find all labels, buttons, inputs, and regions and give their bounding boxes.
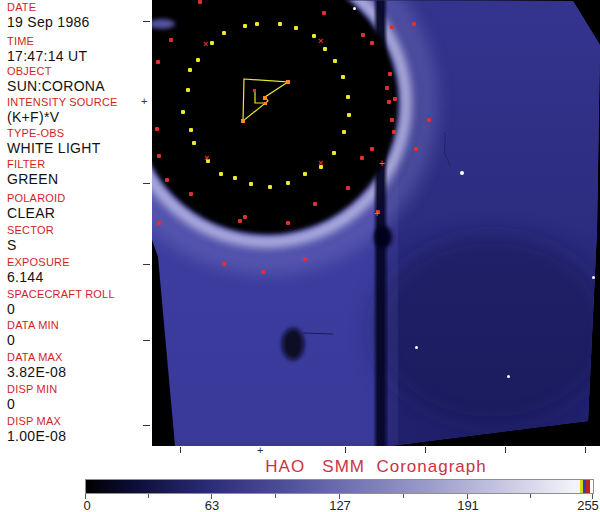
red-ring-inner-dot bbox=[169, 38, 173, 42]
field-label: EXPOSURE bbox=[7, 257, 70, 268]
smm-coronagraph-display: { "metadata_panel": { "label_color": "#d… bbox=[0, 0, 600, 512]
axis-tick-bottom bbox=[505, 447, 506, 453]
field-label: TIME bbox=[7, 36, 87, 47]
field-value: S bbox=[7, 238, 54, 252]
star-dot bbox=[592, 276, 595, 279]
metadata-field: DISP MIN0 bbox=[7, 384, 57, 411]
red-ring-outer-dot bbox=[222, 262, 226, 266]
yellow-ring-dot bbox=[323, 47, 327, 51]
field-value: 19 Sep 1986 bbox=[7, 15, 90, 29]
yellow-ring-dot bbox=[278, 22, 282, 26]
fiducial-dots-layer: ××××++ bbox=[152, 0, 600, 446]
metadata-field: INTENSITY SOURCE(K+F)*V bbox=[7, 97, 118, 124]
fiducial-x-marker: × bbox=[318, 160, 323, 166]
metadata-field: DATE19 Sep 1986 bbox=[7, 2, 90, 29]
field-value: GREEN bbox=[7, 172, 58, 186]
axis-tick-bottom bbox=[585, 447, 586, 453]
metadata-field: DISP MAX1.00E-08 bbox=[7, 416, 66, 443]
image-caption: HAO SMM Coronagraph bbox=[152, 457, 600, 477]
red-ring-inner-dot bbox=[238, 219, 242, 223]
metadata-field: OBJECTSUN:CORONA bbox=[7, 66, 105, 93]
yellow-ring-dot bbox=[243, 24, 247, 28]
red-ring-inner-dot bbox=[189, 192, 193, 196]
yellow-ring-dot bbox=[303, 172, 307, 176]
red-ring-outer-dot bbox=[412, 22, 416, 26]
yellow-ring-dot bbox=[255, 22, 259, 26]
red-ring-inner-dot bbox=[198, 0, 202, 4]
yellow-ring-dot bbox=[294, 26, 298, 30]
yellow-ring-dot bbox=[192, 141, 196, 145]
fiducial-red-dot bbox=[388, 72, 392, 76]
yellow-ring-dot bbox=[186, 88, 190, 92]
fiducial-red-dot bbox=[390, 118, 394, 122]
yellow-ring-dot bbox=[196, 58, 200, 62]
red-ring-inner-dot bbox=[322, 11, 326, 15]
field-value: WHITE LIGHT bbox=[7, 141, 101, 155]
yellow-ring-dot bbox=[268, 185, 272, 189]
red-ring-inner-dot bbox=[165, 178, 169, 182]
axis-tick-left bbox=[143, 264, 150, 265]
colorbar-tick-label: 63 bbox=[205, 498, 219, 512]
colorbar-stripe-white bbox=[590, 480, 594, 493]
field-value: 0 bbox=[7, 397, 57, 411]
red-ring-inner-dot bbox=[156, 60, 160, 64]
red-ring-outer-dot bbox=[261, 270, 265, 274]
red-ring-inner-dot bbox=[286, 221, 290, 225]
red-ring-outer-dot bbox=[157, 221, 161, 225]
fiducial-red-dot bbox=[393, 97, 397, 101]
red-ring-inner-dot bbox=[385, 86, 389, 90]
fiducial-plus-marker: + bbox=[379, 160, 385, 167]
field-label: DATE bbox=[7, 2, 90, 13]
colorbar-tick bbox=[403, 494, 404, 498]
star-dot bbox=[353, 7, 356, 10]
metadata-field: FILTERGREEN bbox=[7, 159, 58, 186]
colorbar-tick-label: 127 bbox=[329, 498, 351, 512]
star-dot bbox=[507, 375, 510, 378]
colorbar-tick-label: 0 bbox=[83, 498, 90, 512]
metadata-field: DATA MAX3.82E-08 bbox=[7, 352, 66, 379]
field-label: SPACECRAFT ROLL bbox=[7, 289, 115, 300]
colorbar-tick-label: 191 bbox=[457, 498, 479, 512]
colorbar-tick bbox=[148, 494, 149, 498]
yellow-ring-dot bbox=[341, 75, 345, 79]
red-ring-inner-dot bbox=[360, 156, 364, 160]
yellow-ring-dot bbox=[181, 110, 185, 114]
red-ring-outer-dot bbox=[414, 147, 418, 151]
axis-tick-left bbox=[143, 340, 150, 341]
coronagraph-image[interactable]: ××××++ bbox=[152, 0, 600, 446]
colorbar-tick bbox=[275, 494, 276, 498]
field-label: TYPE-OBS bbox=[7, 128, 101, 139]
star-dot bbox=[415, 346, 418, 349]
axis-tick-left bbox=[143, 21, 150, 22]
yellow-ring-dot bbox=[312, 34, 316, 38]
star-dot bbox=[460, 171, 464, 175]
red-ring-inner-dot bbox=[346, 186, 350, 190]
red-ring-inner-dot bbox=[361, 33, 365, 37]
metadata-field: TYPE-OBSWHITE LIGHT bbox=[7, 128, 101, 155]
fiducial-x-marker: × bbox=[203, 41, 208, 47]
metadata-field: TIME17:47:14 UT bbox=[7, 36, 87, 63]
yellow-ring-dot bbox=[189, 128, 193, 132]
colorbar-tick-label: 255 bbox=[577, 498, 599, 512]
red-ring-inner-dot bbox=[387, 100, 391, 104]
red-ring-outer-dot bbox=[427, 118, 431, 122]
yellow-ring-dot bbox=[346, 95, 350, 99]
field-value: 3.82E-08 bbox=[7, 365, 66, 379]
fiducial-x-marker: × bbox=[318, 38, 323, 44]
field-label: SECTOR bbox=[7, 225, 54, 236]
intensity-colorbar bbox=[85, 479, 594, 494]
field-label: DISP MAX bbox=[7, 416, 66, 427]
axis-tick-left bbox=[143, 425, 150, 426]
fiducial-plus-marker: + bbox=[374, 210, 380, 217]
fiducial-red-dot bbox=[390, 25, 394, 29]
yellow-ring-dot bbox=[333, 59, 337, 63]
red-ring-inner-dot bbox=[157, 154, 161, 158]
field-value: 17:47:14 UT bbox=[7, 49, 87, 63]
metadata-field: EXPOSURE6.144 bbox=[7, 257, 70, 284]
metadata-panel: DATE19 Sep 1986 TIME17:47:14 UT OBJECTSU… bbox=[0, 0, 150, 446]
metadata-field: SPACECRAFT ROLL0 bbox=[7, 289, 115, 316]
axis-tick-left bbox=[143, 183, 150, 184]
yellow-ring-dot bbox=[249, 182, 253, 186]
field-value: 6.144 bbox=[7, 270, 70, 284]
field-value: SUN:CORONA bbox=[7, 79, 105, 93]
